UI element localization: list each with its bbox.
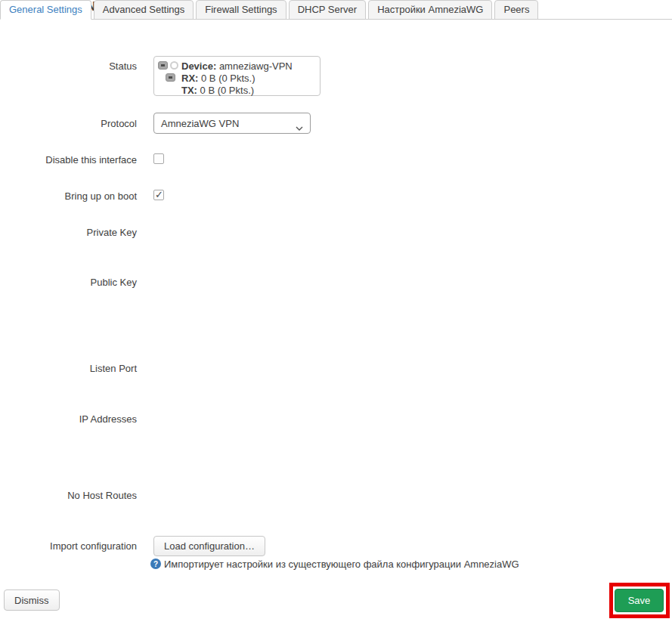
interface-tunnel-icon <box>154 57 180 95</box>
import-configuration-label: Import configuration <box>0 540 137 552</box>
save-button[interactable]: Save <box>615 589 664 612</box>
bring-up-on-boot-label: Bring up on boot <box>0 190 137 202</box>
status-label: Status <box>0 60 137 72</box>
rx-label: RX: <box>181 73 198 84</box>
import-configuration-help-text: Импортирует настройки из существующего ф… <box>164 559 519 570</box>
listen-port-label: Listen Port <box>0 363 137 374</box>
import-configuration-help: ? Импортирует настройки из существующего… <box>150 559 519 570</box>
device-value: amneziawg-VPN <box>219 60 293 72</box>
tx-value: 0 B (0 Pkts.) <box>200 85 255 96</box>
chevron-down-icon <box>296 122 303 133</box>
disable-interface-checkbox[interactable] <box>153 153 164 164</box>
interface-status-box: Device: amneziawg-VPN RX: 0 B (0 Pkts.) … <box>153 56 321 96</box>
tab-firewall-settings[interactable]: Firewall Settings <box>196 0 286 20</box>
public-key-label: Public Key <box>0 277 137 288</box>
rx-value: 0 B (0 Pkts.) <box>201 73 255 84</box>
disable-interface-label: Disable this interface <box>0 154 137 166</box>
dismiss-button[interactable]: Dismiss <box>4 590 60 611</box>
luci-interface-edit-page: Interfaces » VPN General Settings Advanc… <box>0 0 672 622</box>
tab-advanced-settings[interactable]: Advanced Settings <box>94 0 194 20</box>
tx-label: TX: <box>181 85 197 96</box>
ethernet-port-icon <box>166 73 175 82</box>
ethernet-port-icon <box>158 61 168 70</box>
status-circle-icon <box>170 61 178 70</box>
tab-peers[interactable]: Peers <box>494 0 538 20</box>
load-configuration-button[interactable]: Load configuration… <box>153 536 265 556</box>
status-tx-line: TX: 0 B (0 Pkts.) <box>181 85 317 97</box>
bring-up-on-boot-checkbox[interactable] <box>153 190 164 200</box>
interface-status-lines: Device: amneziawg-VPN RX: 0 B (0 Pkts.) … <box>181 60 317 97</box>
protocol-label: Protocol <box>0 118 137 129</box>
device-label: Device: <box>181 60 216 72</box>
status-rx-line: RX: 0 B (0 Pkts.) <box>181 73 317 85</box>
protocol-select[interactable]: AmneziaWG VPN <box>153 113 311 134</box>
help-question-icon: ? <box>150 559 161 569</box>
settings-tabbar: General Settings Advanced Settings Firew… <box>0 0 672 20</box>
tab-dhcp-server[interactable]: DHCP Server <box>289 0 367 20</box>
no-host-routes-label: No Host Routes <box>0 490 137 501</box>
tab-amneziawg-settings[interactable]: Настройки AmneziaWG <box>368 0 492 20</box>
protocol-selected-value: AmneziaWG VPN <box>161 118 239 129</box>
tab-general-settings[interactable]: General Settings <box>0 0 91 20</box>
private-key-label: Private Key <box>0 227 137 238</box>
status-device-line: Device: amneziawg-VPN <box>181 60 317 73</box>
ip-addresses-label: IP Addresses <box>0 413 137 425</box>
